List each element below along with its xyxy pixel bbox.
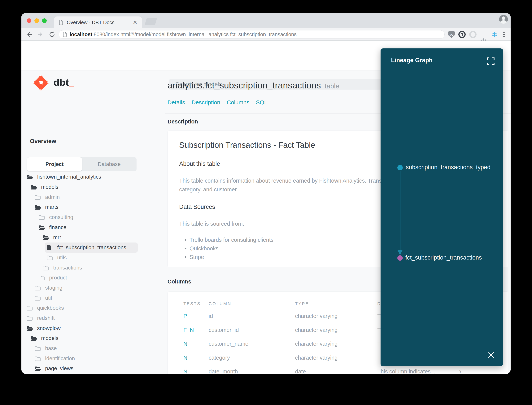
tree-item-consulting[interactable]: consulting [21, 212, 165, 223]
1password-icon[interactable] [458, 31, 466, 38]
tab-details[interactable]: Details [168, 99, 185, 106]
folder-open-icon [26, 325, 33, 331]
snowflake-icon[interactable]: ❄ [491, 31, 498, 38]
folder-icon [39, 214, 45, 220]
page-favicon-icon [59, 20, 63, 25]
data-sources-intro: This table is sourced from: [179, 219, 244, 228]
lineage-graph[interactable] [381, 48, 503, 366]
tree-item-models[interactable]: models [21, 333, 165, 343]
folder-open-icon [30, 335, 37, 341]
document-icon [46, 244, 53, 250]
sidebar: Overview Project Database fishtown_inter… [21, 70, 165, 374]
column-name-cell: customer_name [209, 341, 248, 347]
tests-cell: N [183, 341, 188, 347]
tree-item-transactions[interactable]: transactions [21, 263, 165, 273]
tree-item-staging[interactable]: staging [21, 283, 165, 293]
tree-item-base[interactable]: base [21, 343, 165, 353]
close-window-button[interactable] [27, 18, 31, 23]
tree-item-fishtown_internal_analytics[interactable]: fishtown_internal_analytics [21, 172, 165, 182]
lineage-node-label[interactable]: subscription_transactions_typed [406, 164, 491, 171]
model-doc-tabs: DetailsDescriptionColumnsSQL [168, 99, 267, 106]
column-name-cell: date_month [209, 368, 238, 374]
column-header-type: TYPE [295, 301, 309, 306]
page-icon [63, 32, 67, 37]
folder-open-icon [39, 224, 45, 230]
tree-item-utils[interactable]: utils [21, 253, 165, 263]
node-fct-subscription-transactions[interactable] [397, 255, 403, 261]
browser-tab[interactable]: Overview - DBT Docs ✕ [54, 16, 142, 28]
tab-database[interactable]: Database [82, 157, 137, 171]
tree-item-mrr[interactable]: mrr [21, 232, 165, 243]
folder-icon [34, 355, 41, 362]
tree-item-label: identification [45, 355, 75, 362]
file-tree: fishtown_internal_analyticsmodelsadminma… [21, 172, 165, 374]
tab-project[interactable]: Project [27, 157, 82, 171]
tests-cell: N [183, 355, 188, 361]
browser-menu-icon[interactable] [503, 31, 505, 38]
column-name-cell: customer_id [209, 327, 239, 333]
tab-description[interactable]: Description [192, 99, 220, 106]
sidebar-section-title: Overview [30, 138, 56, 145]
folder-icon [34, 295, 41, 301]
tab-close-icon[interactable]: ✕ [133, 19, 137, 26]
folder-open-icon [26, 174, 33, 180]
tab-sql[interactable]: SQL [256, 99, 267, 106]
tree-item-snowplow[interactable]: snowplow [21, 323, 165, 333]
tab-strip: Overview - DBT Docs ✕ [21, 13, 511, 28]
tree-item-product[interactable]: product [21, 273, 165, 283]
tree-item-finance[interactable]: finance [21, 222, 165, 232]
folder-icon [46, 255, 53, 261]
chevron-right-icon[interactable]: › [459, 367, 461, 374]
type-cell: character varying [295, 313, 337, 319]
type-cell: character varying [295, 341, 337, 347]
tests-cell: P [183, 313, 188, 319]
profile-avatar[interactable] [499, 15, 508, 24]
type-cell: date [295, 368, 306, 374]
tree-item-label: marts [45, 204, 59, 210]
data-sources-heading: Data Sources [179, 203, 215, 210]
tree-item-admin[interactable]: admin [21, 192, 165, 202]
folder-open-icon [30, 184, 37, 190]
data-source-item: Stripe [179, 253, 273, 262]
tree-item-marts[interactable]: marts [21, 202, 165, 212]
folder-icon [39, 275, 45, 281]
back-button[interactable] [26, 31, 33, 38]
new-tab-button[interactable] [144, 18, 157, 25]
minimize-window-button[interactable] [34, 18, 39, 23]
tree-item-page_views[interactable]: page_views [21, 364, 165, 374]
tree-item-models[interactable]: models [21, 182, 165, 192]
close-icon[interactable] [488, 351, 494, 358]
forward-button[interactable] [37, 31, 44, 38]
folder-icon [34, 194, 41, 200]
tree-item-snowplow_page_views[interactable]: snowplow_page_views [21, 374, 165, 374]
url-bar[interactable]: localhost:8080/index.html#!/model/model.… [59, 30, 445, 39]
column-header-tests: TESTS [183, 301, 201, 306]
tree-item-redshift[interactable]: redshift [21, 313, 165, 323]
tree-item-identification[interactable]: identification [21, 353, 165, 364]
ublock-origin-icon[interactable]: uO [448, 31, 455, 38]
tests-cell: N [183, 368, 188, 374]
tab-columns[interactable]: Columns [227, 99, 249, 106]
tree-item-fct_subscription_transactions[interactable]: fct_subscription_transactions [21, 243, 165, 253]
tree-item-label: models [41, 184, 58, 190]
tree-item-label: consulting [49, 214, 73, 220]
materialization-badge: table [325, 82, 339, 90]
folder-open-icon [34, 204, 41, 210]
node-subscription-transactions-typed[interactable] [397, 165, 403, 170]
tree-item-util[interactable]: util [21, 293, 165, 303]
description-cell: This column indicates ... [377, 368, 437, 374]
table-row-date_month[interactable]: Ndate_monthdateThis column indicates ...… [168, 368, 508, 374]
folder-icon [42, 265, 49, 271]
extension-circle-icon[interactable] [469, 31, 477, 38]
about-heading: About this table [179, 160, 220, 167]
description-section-label: Description [168, 118, 198, 125]
reload-button[interactable] [49, 31, 55, 38]
tree-item-label: admin [45, 194, 60, 200]
tree-item-label: fishtown_internal_analytics [37, 174, 101, 180]
data-source-item: Quickbooks [179, 244, 273, 253]
data-source-item: Trello boards for consulting clients [179, 236, 273, 244]
zoom-window-button[interactable] [42, 18, 47, 23]
tree-item-quickbooks[interactable]: quickbooks [21, 303, 165, 313]
lineage-node-label[interactable]: fct_subscription_transactions [405, 254, 482, 261]
tree-item-label: base [45, 345, 57, 351]
